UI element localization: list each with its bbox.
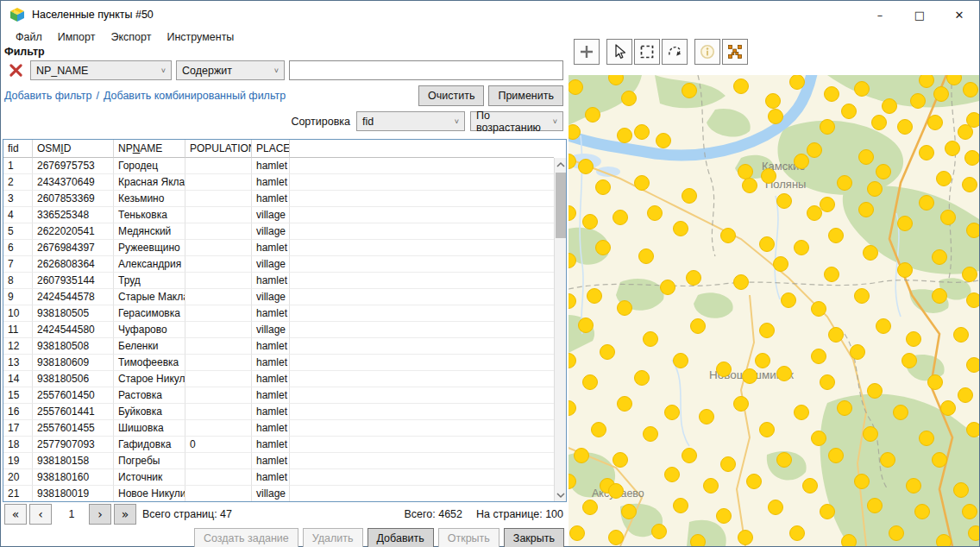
map-point[interactable] [825,87,839,102]
map-point[interactable] [829,449,844,463]
map-point[interactable] [760,237,775,252]
map-point[interactable] [820,505,835,519]
map-point[interactable] [579,160,594,174]
table-row[interactable]: 13938180609Тимофеевкаhamlet [3,355,554,371]
map-point[interactable] [777,367,792,381]
map-point[interactable] [743,369,757,384]
table-row[interactable]: 172557601455Шишовкаhamlet [3,420,554,437]
map-point[interactable] [586,108,600,123]
map-point[interactable] [855,475,870,489]
map-point[interactable] [933,453,947,468]
map-point[interactable] [691,319,706,334]
create-task-button[interactable]: Создать задание [194,528,298,547]
map-point[interactable] [596,180,611,195]
select-rectangle-button[interactable] [634,39,660,65]
map-point[interactable] [829,328,844,343]
map-point[interactable] [600,345,615,360]
map-point[interactable] [682,189,697,204]
map-point[interactable] [934,87,949,102]
map-point[interactable] [842,104,857,119]
map-point[interactable] [665,406,680,420]
close-button[interactable]: ✕ [939,1,979,28]
map-point[interactable] [825,267,839,282]
map-point[interactable] [762,169,776,184]
table-row[interactable]: 32607853369Кезьминоhamlet [3,191,554,207]
sort-order-select[interactable]: По возрастанию ˅ [470,111,563,131]
map-point[interactable] [618,301,632,316]
map-point[interactable] [868,182,883,197]
column-header[interactable]: POPULATION [185,140,252,158]
prev-page-button[interactable]: ‹ [29,504,52,525]
scroll-up-icon[interactable] [555,158,567,171]
table-row[interactable]: 92424544578Старые Маклаушиvillage [3,289,554,305]
filter-operator-select[interactable]: Содержит ˅ [176,60,285,80]
table-row[interactable]: 182577907093Гафидовка0hamlet [3,437,554,453]
map-point[interactable] [587,289,602,304]
map-point[interactable] [864,427,878,442]
table-row[interactable]: 52622020541Медянскийvillage [3,223,554,240]
scrollbar-thumb[interactable] [556,173,566,238]
last-page-button[interactable]: » [114,504,136,525]
map-point[interactable] [583,375,598,390]
table-row[interactable]: 72626808364Александрияvillage [3,256,554,273]
map-point[interactable] [958,388,973,403]
select-cursor-button[interactable] [606,39,632,65]
map-point[interactable] [790,526,805,541]
map-point[interactable] [769,110,783,124]
table-row[interactable]: 19938180158Погребыhamlet [3,453,554,469]
map-point[interactable] [721,229,736,243]
map-point[interactable] [963,178,977,192]
first-page-button[interactable]: « [4,504,27,525]
map-point[interactable] [963,267,977,282]
map-point[interactable] [575,449,589,463]
map-point[interactable] [954,328,969,343]
map-point[interactable] [592,423,606,437]
map-point[interactable] [855,289,870,304]
map-point[interactable] [876,165,891,179]
map-point[interactable] [674,354,688,368]
map-point[interactable] [872,116,887,130]
pan-button[interactable] [574,39,600,65]
map-point[interactable] [661,280,675,295]
map-point[interactable] [969,526,980,541]
map-point[interactable] [760,423,775,437]
map-point[interactable] [652,525,667,539]
map-point[interactable] [898,263,913,278]
map-point[interactable] [717,362,732,377]
map-point[interactable] [717,509,732,524]
add-filter-link[interactable]: Добавить фильтр [4,90,92,102]
map-point[interactable] [937,535,952,547]
map-point[interactable] [596,241,611,255]
map-point[interactable] [920,75,934,88]
add-combined-filter-link[interactable]: Добавить комбинированный фильтр [104,90,286,102]
table-row[interactable]: 10938180505Герасимовкаhamlet [3,305,554,322]
map-point[interactable] [644,332,658,347]
map-point[interactable] [743,179,757,193]
map-point[interactable] [769,500,783,515]
map-point[interactable] [747,475,762,489]
filter-field-select[interactable]: NP_NAME ˅ [30,60,172,80]
table-row[interactable]: 4336525348Теньковкаvillage [3,207,554,223]
map-point[interactable] [820,375,835,390]
map-point[interactable] [721,457,736,472]
map-point[interactable] [933,250,947,265]
map-point[interactable] [682,449,697,463]
map-point[interactable] [618,397,632,412]
map-point[interactable] [967,358,980,373]
map-point[interactable] [635,176,650,191]
sort-field-select[interactable]: fid ˅ [356,111,465,131]
map-point[interactable] [868,384,883,399]
map-point[interactable] [807,143,822,158]
delete-button[interactable]: Удалить [303,528,363,547]
map-point[interactable] [807,206,822,221]
map-point[interactable] [958,125,973,140]
map-point[interactable] [911,94,926,109]
map-point[interactable] [920,431,934,446]
map-point[interactable] [691,535,706,547]
map-point[interactable] [687,271,701,286]
map-point[interactable] [937,172,952,186]
table-scrollbar[interactable] [554,158,566,501]
select-lasso-button[interactable] [662,39,688,65]
map-point[interactable] [622,91,637,106]
menu-item-импорт[interactable]: Импорт [50,31,104,43]
